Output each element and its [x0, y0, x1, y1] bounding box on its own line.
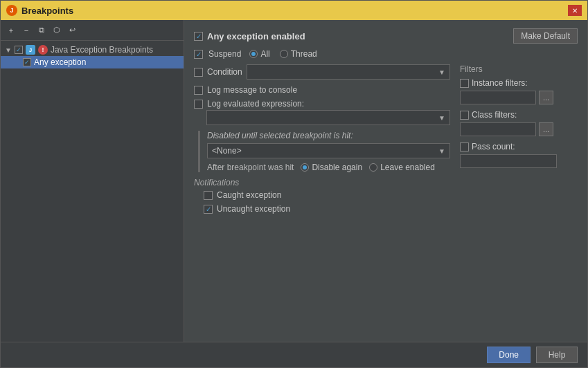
condition-checkbox[interactable] [194, 68, 203, 77]
leave-enabled-label: Leave enabled [380, 163, 435, 172]
top-row: Any exception enabled Make Default [194, 28, 578, 44]
radio-leave-enabled[interactable] [369, 163, 377, 172]
radio-all-label: All [260, 49, 269, 59]
none-dropdown-row: <None> ▼ [207, 143, 450, 158]
notifications-label: Notifications [194, 178, 450, 187]
class-filters-input-row: ... [460, 122, 578, 136]
after-bp-label: After breakpoint was hit [207, 163, 294, 172]
suspend-section: Suspend All Thread [194, 49, 578, 59]
filters-title: Filters [460, 64, 578, 74]
log-message-row: Log message to console [194, 85, 450, 95]
right-panel: Any exception enabled Make Default Suspe… [184, 20, 587, 342]
none-option-label: <None> [212, 146, 242, 156]
radio-thread-label: Thread [291, 49, 317, 59]
class-filters-input[interactable] [460, 122, 536, 136]
none-dropdown-arrow: ▼ [438, 147, 445, 155]
java-icon: J [26, 45, 35, 55]
main-content: + − ⧉ ⬡ ↩ ▼ ✓ J ! Java Exception Breakpo… [1, 20, 587, 342]
suspend-radio-group: All Thread [249, 49, 317, 59]
class-filters-label: Class filters: [472, 110, 517, 120]
done-button[interactable]: Done [487, 347, 531, 363]
instance-filters-input-row: ... [460, 91, 578, 104]
tree-item-check[interactable]: ✓ [23, 58, 31, 66]
disabled-until-section: Disabled until selected breakpoint is hi… [198, 131, 450, 172]
bottom-bar: Done Help [1, 342, 587, 367]
disabled-until-label: Disabled until selected breakpoint is hi… [207, 131, 450, 140]
tree-group-label: Java Exception Breakpoints [51, 45, 153, 55]
uncaught-exception-label: Uncaught exception [217, 204, 290, 214]
instance-filters-more-button[interactable]: ... [539, 91, 553, 104]
instance-filters-checkbox[interactable] [460, 79, 469, 88]
instance-filters-row: Instance filters: [460, 78, 578, 88]
condition-dropdown[interactable]: ▼ [247, 64, 450, 80]
toolbar-btn-unknown2[interactable]: ↩ [66, 24, 78, 37]
tree-group-header[interactable]: ▼ ✓ J ! Java Exception Breakpoints [1, 44, 184, 56]
leave-enabled-row: Leave enabled [369, 163, 435, 172]
radio-all-row: All [249, 49, 269, 59]
filters-section: Filters Instance filters: ... [460, 64, 578, 336]
right-main-row: Condition ▼ Log message to console [194, 64, 578, 336]
radio-thread[interactable] [280, 50, 288, 58]
class-filters-row: Class filters: [460, 110, 578, 120]
condition-row: Condition ▼ [194, 64, 450, 80]
caught-exception-row: Caught exception [194, 190, 450, 200]
log-expression-row: Log evaluated expression: [194, 99, 450, 109]
tree-expand-arrow: ▼ [5, 46, 12, 54]
close-button[interactable]: ✕ [568, 5, 582, 16]
help-button[interactable]: Help [536, 347, 578, 363]
tree-area: ▼ ✓ J ! Java Exception Breakpoints ✓ Any… [1, 41, 184, 342]
exception-icon: ! [38, 45, 48, 55]
log-expression-label: Log evaluated expression: [207, 99, 304, 109]
copy-button[interactable]: ⧉ [35, 24, 48, 37]
make-default-button[interactable]: Make Default [513, 28, 578, 44]
enabled-label: Any exception enabled [207, 31, 305, 42]
pass-count-checkbox[interactable] [460, 142, 469, 151]
window-title: Breakpoints [21, 6, 73, 16]
class-filters-more-button[interactable]: ... [539, 122, 553, 136]
log-expression-checkbox[interactable] [194, 100, 203, 109]
none-dropdown[interactable]: <None> ▼ [207, 143, 450, 158]
after-bp-row: After breakpoint was hit Disable again L… [207, 163, 450, 172]
pass-count-label: Pass count: [472, 142, 515, 151]
remove-button[interactable]: − [20, 24, 33, 37]
uncaught-exception-checkbox[interactable] [204, 205, 213, 214]
log-message-label: Log message to console [207, 85, 297, 95]
log-message-checkbox[interactable] [194, 86, 203, 95]
add-button[interactable]: + [5, 24, 17, 37]
instance-filters-input[interactable] [460, 91, 536, 104]
right-left-col: Condition ▼ Log message to console [194, 64, 450, 336]
tree-item-label: Any exception [34, 57, 86, 67]
title-bar: J Breakpoints ✕ [1, 1, 587, 20]
suspend-label: Suspend [208, 49, 241, 59]
radio-all[interactable] [249, 50, 258, 58]
radio-thread-row: Thread [280, 49, 317, 59]
log-expression-input-row: ▼ [194, 110, 450, 125]
condition-dropdown-arrow: ▼ [438, 68, 445, 76]
tree-group: ▼ ✓ J ! Java Exception Breakpoints ✓ Any… [1, 44, 184, 68]
notifications-section: Notifications Caught exception Uncaught … [194, 178, 450, 214]
pass-count-input-row [460, 154, 578, 168]
tree-group-check[interactable]: ✓ [15, 46, 23, 54]
radio-disable-again[interactable] [301, 163, 309, 172]
pass-count-input[interactable] [460, 154, 557, 168]
title-bar-left: J Breakpoints [6, 5, 73, 16]
title-bar-controls: ✕ [568, 5, 582, 16]
pass-count-row: Pass count: [460, 142, 578, 151]
instance-filters-label: Instance filters: [472, 78, 528, 88]
app-icon: J [6, 5, 17, 16]
log-expression-dropdown[interactable]: ▼ [206, 110, 450, 125]
breakpoints-window: J Breakpoints ✕ + − ⧉ ⬡ ↩ ▼ ✓ [0, 0, 588, 368]
tree-item-any-exception[interactable]: ✓ Any exception [1, 56, 184, 68]
log-expression-dropdown-arrow: ▼ [438, 114, 445, 122]
enabled-row: Any exception enabled [194, 31, 305, 42]
caught-exception-checkbox[interactable] [204, 191, 213, 200]
condition-label: Condition [207, 67, 242, 77]
toolbar-btn-unknown1[interactable]: ⬡ [51, 24, 63, 37]
class-filters-checkbox[interactable] [460, 111, 469, 120]
right-inner: Any exception enabled Make Default Suspe… [194, 28, 578, 336]
disable-again-label: Disable again [312, 163, 362, 172]
disable-again-row: Disable again [301, 163, 362, 172]
enabled-checkbox[interactable] [194, 32, 203, 41]
suspend-checkbox[interactable] [194, 50, 203, 59]
left-panel: + − ⧉ ⬡ ↩ ▼ ✓ J ! Java Exception Breakpo… [1, 20, 184, 342]
